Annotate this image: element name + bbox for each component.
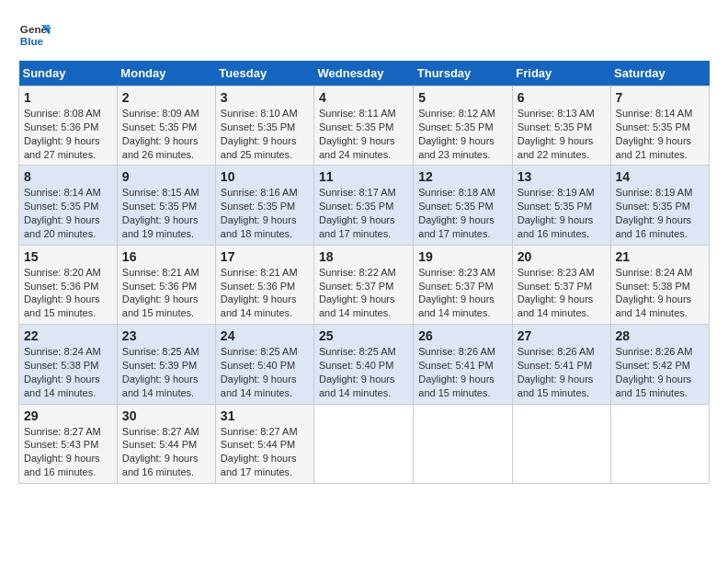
day-info: Sunrise: 8:22 AMSunset: 5:37 PMDaylight:… [319,266,408,320]
day-info: Sunrise: 8:13 AMSunset: 5:35 PMDaylight:… [518,107,606,161]
calendar-cell: 26Sunrise: 8:26 AMSunset: 5:41 PMDayligh… [414,325,513,404]
day-info: Sunrise: 8:24 AMSunset: 5:38 PMDaylight:… [616,266,704,320]
day-info: Sunrise: 8:12 AMSunset: 5:35 PMDaylight:… [418,107,507,161]
calendar-cell: 27Sunrise: 8:26 AMSunset: 5:41 PMDayligh… [512,325,610,404]
calendar-cell: 5Sunrise: 8:12 AMSunset: 5:35 PMDaylight… [414,86,513,166]
week-row-2: 8Sunrise: 8:14 AMSunset: 5:35 PMDaylight… [19,166,710,245]
day-number: 24 [221,328,309,343]
page-header: General Blue [18,18,710,52]
day-info: Sunrise: 8:25 AMSunset: 5:40 PMDaylight:… [221,345,309,399]
day-info: Sunrise: 8:21 AMSunset: 5:36 PMDaylight:… [221,266,309,320]
day-info: Sunrise: 8:09 AMSunset: 5:35 PMDaylight:… [122,107,210,161]
weekday-header-friday: Friday [512,61,610,86]
calendar-cell: 6Sunrise: 8:13 AMSunset: 5:35 PMDaylight… [512,86,610,166]
logo: General Blue [18,18,55,52]
day-number: 27 [518,328,606,343]
logo-icon: General Blue [18,18,51,52]
calendar-cell: 17Sunrise: 8:21 AMSunset: 5:36 PMDayligh… [215,245,313,324]
day-number: 21 [616,249,704,264]
day-number: 6 [518,90,606,105]
day-number: 20 [518,249,606,264]
week-row-1: 1Sunrise: 8:08 AMSunset: 5:36 PMDaylight… [19,86,710,166]
calendar-cell: 22Sunrise: 8:24 AMSunset: 5:38 PMDayligh… [19,325,118,404]
calendar-cell: 29Sunrise: 8:27 AMSunset: 5:43 PMDayligh… [19,404,118,483]
day-number: 5 [418,90,507,105]
day-number: 7 [616,90,704,105]
week-row-5: 29Sunrise: 8:27 AMSunset: 5:43 PMDayligh… [19,404,710,483]
day-info: Sunrise: 8:19 AMSunset: 5:35 PMDaylight:… [616,186,704,240]
day-number: 18 [319,249,408,264]
day-number: 3 [221,90,309,105]
calendar-cell: 11Sunrise: 8:17 AMSunset: 5:35 PMDayligh… [313,166,413,245]
calendar-cell: 2Sunrise: 8:09 AMSunset: 5:35 PMDaylight… [117,86,215,166]
calendar-cell: 31Sunrise: 8:27 AMSunset: 5:44 PMDayligh… [215,404,313,483]
calendar-cell [512,404,610,483]
day-info: Sunrise: 8:27 AMSunset: 5:44 PMDaylight:… [122,425,210,479]
day-number: 8 [24,169,112,184]
day-info: Sunrise: 8:26 AMSunset: 5:42 PMDaylight:… [616,345,704,399]
calendar-cell: 19Sunrise: 8:23 AMSunset: 5:37 PMDayligh… [414,245,513,324]
day-number: 16 [122,249,210,264]
calendar-cell: 28Sunrise: 8:26 AMSunset: 5:42 PMDayligh… [610,325,709,404]
calendar-cell: 4Sunrise: 8:11 AMSunset: 5:35 PMDaylight… [313,86,413,166]
weekday-header-tuesday: Tuesday [215,61,313,86]
day-info: Sunrise: 8:16 AMSunset: 5:35 PMDaylight:… [221,186,309,240]
weekday-header-row: SundayMondayTuesdayWednesdayThursdayFrid… [19,61,710,86]
calendar-cell: 3Sunrise: 8:10 AMSunset: 5:35 PMDaylight… [215,86,313,166]
day-info: Sunrise: 8:27 AMSunset: 5:43 PMDaylight:… [24,425,112,479]
day-number: 25 [319,328,408,343]
day-number: 29 [24,408,112,423]
day-number: 14 [616,169,704,184]
calendar-cell: 25Sunrise: 8:25 AMSunset: 5:40 PMDayligh… [313,325,413,404]
day-info: Sunrise: 8:19 AMSunset: 5:35 PMDaylight:… [518,186,606,240]
day-number: 12 [418,169,507,184]
calendar-cell: 14Sunrise: 8:19 AMSunset: 5:35 PMDayligh… [610,166,709,245]
day-number: 26 [418,328,507,343]
day-number: 28 [616,328,704,343]
weekday-header-thursday: Thursday [414,61,513,86]
day-info: Sunrise: 8:14 AMSunset: 5:35 PMDaylight:… [24,186,112,240]
weekday-header-sunday: Sunday [19,61,118,86]
day-number: 4 [319,90,408,105]
calendar-cell: 23Sunrise: 8:25 AMSunset: 5:39 PMDayligh… [117,325,215,404]
day-info: Sunrise: 8:11 AMSunset: 5:35 PMDaylight:… [319,107,408,161]
calendar-cell: 15Sunrise: 8:20 AMSunset: 5:36 PMDayligh… [19,245,118,324]
day-number: 9 [122,169,210,184]
calendar-cell: 13Sunrise: 8:19 AMSunset: 5:35 PMDayligh… [512,166,610,245]
calendar-cell [414,404,513,483]
day-number: 19 [418,249,507,264]
day-info: Sunrise: 8:25 AMSunset: 5:39 PMDaylight:… [122,345,210,399]
day-number: 13 [518,169,606,184]
day-info: Sunrise: 8:23 AMSunset: 5:37 PMDaylight:… [418,266,507,320]
day-info: Sunrise: 8:10 AMSunset: 5:35 PMDaylight:… [221,107,309,161]
day-info: Sunrise: 8:20 AMSunset: 5:36 PMDaylight:… [24,266,112,320]
weekday-header-monday: Monday [117,61,215,86]
day-number: 30 [122,408,210,423]
day-number: 23 [122,328,210,343]
calendar-cell: 30Sunrise: 8:27 AMSunset: 5:44 PMDayligh… [117,404,215,483]
calendar-cell: 21Sunrise: 8:24 AMSunset: 5:38 PMDayligh… [610,245,709,324]
day-info: Sunrise: 8:14 AMSunset: 5:35 PMDaylight:… [616,107,704,161]
week-row-4: 22Sunrise: 8:24 AMSunset: 5:38 PMDayligh… [19,325,710,404]
day-number: 15 [24,249,112,264]
weekday-header-saturday: Saturday [610,61,709,86]
calendar-cell: 1Sunrise: 8:08 AMSunset: 5:36 PMDaylight… [19,86,118,166]
day-info: Sunrise: 8:08 AMSunset: 5:36 PMDaylight:… [24,107,112,161]
calendar-cell [313,404,413,483]
weekday-header-wednesday: Wednesday [313,61,413,86]
calendar-cell: 9Sunrise: 8:15 AMSunset: 5:35 PMDaylight… [117,166,215,245]
day-info: Sunrise: 8:21 AMSunset: 5:36 PMDaylight:… [122,266,210,320]
calendar-cell: 24Sunrise: 8:25 AMSunset: 5:40 PMDayligh… [215,325,313,404]
day-info: Sunrise: 8:25 AMSunset: 5:40 PMDaylight:… [319,345,408,399]
day-info: Sunrise: 8:18 AMSunset: 5:35 PMDaylight:… [418,186,507,240]
day-number: 1 [24,90,112,105]
day-number: 17 [221,249,309,264]
day-number: 2 [122,90,210,105]
calendar-cell: 10Sunrise: 8:16 AMSunset: 5:35 PMDayligh… [215,166,313,245]
day-info: Sunrise: 8:26 AMSunset: 5:41 PMDaylight:… [518,345,606,399]
day-number: 22 [24,328,112,343]
day-info: Sunrise: 8:15 AMSunset: 5:35 PMDaylight:… [122,186,210,240]
calendar-cell: 8Sunrise: 8:14 AMSunset: 5:35 PMDaylight… [19,166,118,245]
week-row-3: 15Sunrise: 8:20 AMSunset: 5:36 PMDayligh… [19,245,710,324]
calendar-cell: 7Sunrise: 8:14 AMSunset: 5:35 PMDaylight… [610,86,709,166]
